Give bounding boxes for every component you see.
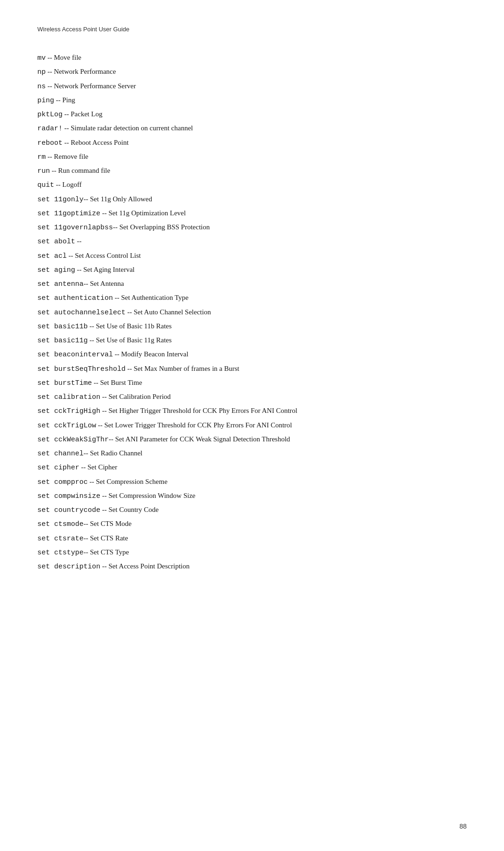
separator: -- <box>46 54 54 61</box>
description-text: Set Cipher <box>88 463 118 471</box>
description-text: Network Performance <box>54 68 116 75</box>
separator: -- <box>75 266 84 273</box>
separator: -- <box>54 96 63 104</box>
command-text: set compwinsize <box>37 492 100 500</box>
command-text: set cckTrigHigh <box>37 407 100 415</box>
command-text: quit <box>37 181 54 189</box>
separator: -- <box>46 68 54 75</box>
separator: -- <box>75 237 82 245</box>
separator: -- <box>84 534 90 542</box>
list-item: reboot -- Reboot Access Point <box>37 136 467 149</box>
command-text: radar! <box>37 125 63 133</box>
list-item: set cckTrigLow -- Set Lower Trigger Thre… <box>37 419 467 432</box>
description-text: Set 11g Only Allowed <box>90 195 152 203</box>
command-text: rm <box>37 153 46 161</box>
description-text: Set Radio Channel <box>90 449 143 457</box>
list-item: set acl -- Set Access Control List <box>37 249 467 262</box>
list-item: set authentication -- Set Authentication… <box>37 291 467 305</box>
list-item: set burstTime -- Set Burst Time <box>37 376 467 390</box>
description-text: Simulate radar detection on current chan… <box>71 124 193 132</box>
description-text: Set Use of Basic 11b Rates <box>96 322 172 330</box>
command-text: set channel <box>37 450 84 458</box>
description-text: Set Max Number of frames in a Burst <box>134 365 239 372</box>
description-text: Set CTS Mode <box>90 520 132 527</box>
list-item: run -- Run command file <box>37 164 467 177</box>
list-item: set aging -- Set Aging Interval <box>37 263 467 277</box>
list-item: set cckTrigHigh -- Set Higher Trigger Th… <box>37 404 467 418</box>
description-text: Set Overlapping BSS Protection <box>119 223 210 231</box>
list-item: set antenna-- Set Antenna <box>37 277 467 291</box>
description-text: Set Auto Channel Selection <box>134 308 211 316</box>
separator: -- <box>126 365 134 372</box>
description-text: Set CTS Type <box>90 548 129 556</box>
description-text: Set Aging Interval <box>84 266 135 273</box>
separator: -- <box>84 520 90 527</box>
separator: -- <box>100 562 109 570</box>
separator: -- <box>113 294 121 301</box>
command-text: set cckWeakSigThr <box>37 436 109 444</box>
list-item: rm -- Remove file <box>37 150 467 163</box>
command-text: set cipher <box>37 464 79 472</box>
command-text: set calibration <box>37 393 100 401</box>
command-text: set burstSeqThreshold <box>37 365 126 373</box>
list-item: set basic11g -- Set Use of Basic 11g Rat… <box>37 334 467 347</box>
command-text: reboot <box>37 139 63 147</box>
command-text: set description <box>37 563 100 571</box>
description-text: Ping <box>63 96 76 104</box>
command-text: run <box>37 167 50 175</box>
list-item: ping -- Ping <box>37 94 467 107</box>
list-item: set basic11b -- Set Use of Basic 11b Rat… <box>37 320 467 333</box>
description-text: Set 11g Optimization Level <box>109 209 186 217</box>
description-text: Reboot Access Point <box>71 139 129 146</box>
separator: -- <box>109 435 115 443</box>
description-text: Set Compression Window Size <box>109 492 196 499</box>
separator: -- <box>100 407 109 414</box>
description-text: Set Access Control List <box>75 252 141 259</box>
command-text: set 11governlapbss <box>37 224 113 232</box>
separator: -- <box>63 110 71 118</box>
description-text: Move file <box>54 54 82 61</box>
command-text: set basic11b <box>37 323 88 331</box>
command-text: set 11goptimize <box>37 210 100 218</box>
separator: -- <box>88 336 96 344</box>
separator: -- <box>50 167 58 174</box>
page-container: Wireless Access Point User Guide mv -- M… <box>0 0 504 851</box>
command-text: set ctsrate <box>37 535 84 543</box>
command-text: mv <box>37 54 46 62</box>
separator: -- <box>46 153 54 160</box>
header-title: Wireless Access Point User Guide <box>37 26 129 33</box>
separator: -- <box>88 322 96 330</box>
command-text: set cckTrigLow <box>37 422 96 430</box>
separator: -- <box>84 449 90 457</box>
separator: -- <box>88 478 96 485</box>
list-item: set ctsmode-- Set CTS Mode <box>37 518 467 531</box>
description-text: Set Country Code <box>109 506 159 513</box>
separator: -- <box>54 181 63 188</box>
command-text: set ctsmode <box>37 520 84 528</box>
list-item: pktLog -- Packet Log <box>37 108 467 121</box>
separator: -- <box>100 209 109 217</box>
description-text: Set Antenna <box>90 280 124 287</box>
command-text: set antenna <box>37 280 84 288</box>
separator: -- <box>113 350 121 358</box>
list-item: np -- Network Performance <box>37 65 467 78</box>
description-text: Set Higher Trigger Threshold for CCK Phy… <box>109 407 298 414</box>
list-item: set ctstype-- Set CTS Type <box>37 546 467 559</box>
list-item: set cipher -- Set Cipher <box>37 461 467 474</box>
command-text: set burstTime <box>37 379 92 387</box>
description-text: Set Use of Basic 11g Rates <box>96 336 172 344</box>
list-item: set countrycode -- Set Country Code <box>37 504 467 517</box>
separator: -- <box>100 492 109 499</box>
command-text: set autochannelselect <box>37 309 126 317</box>
description-text: Packet Log <box>71 110 103 118</box>
command-text: set compproc <box>37 478 88 486</box>
list-item: set 11gonly-- Set 11g Only Allowed <box>37 193 467 206</box>
separator: -- <box>92 379 100 386</box>
list-item: quit -- Logoff <box>37 178 467 191</box>
list-item: set calibration -- Set Calibration Perio… <box>37 390 467 404</box>
separator: -- <box>79 463 88 471</box>
description-text: Set Authentication Type <box>121 294 189 301</box>
description-text: Set ANI Parameter for CCK Weak Signal De… <box>115 435 290 443</box>
list-item: set description -- Set Access Point Desc… <box>37 560 467 573</box>
separator: -- <box>63 124 71 132</box>
